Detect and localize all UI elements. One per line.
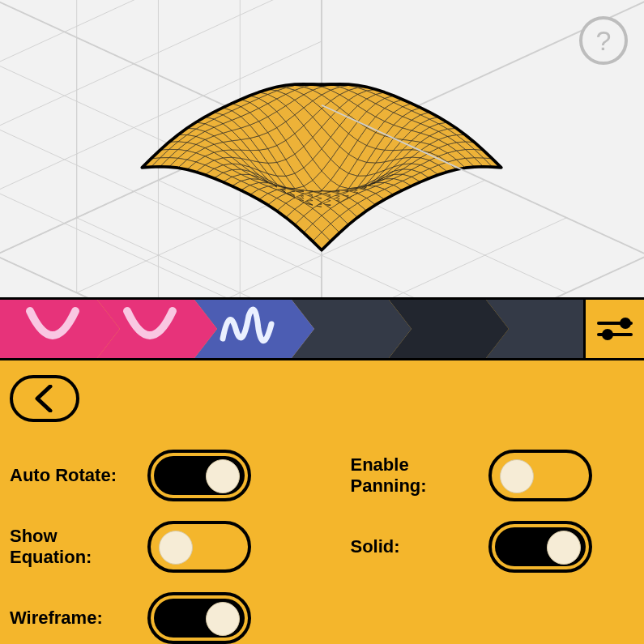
svg-line-18 [0,255,322,297]
toggle-wireframe: Wireframe: [10,592,294,644]
switch-wireframe[interactable] [147,592,251,644]
step-area [0,300,583,358]
toggle-enable-panning: Enable Panning: [351,450,635,501]
equalizer-icon [597,333,633,336]
step-bar [0,297,644,360]
toggle-grid: Auto Rotate: Enable Panning: Show Equati… [10,450,634,644]
svg-line-29 [0,255,322,297]
toggle-show-equation: Show Equation: [10,521,294,573]
svg-line-1 [0,255,322,297]
svg-line-15 [240,218,566,297]
toggle-auto-rotate: Auto Rotate: [10,450,294,501]
help-icon: ? [596,25,612,57]
switch-enable-panning[interactable] [488,450,592,501]
svg-line-17 [322,255,644,297]
toggle-solid: Solid: [351,521,635,573]
toggle-label: Auto Rotate: [10,465,138,486]
switch-show-equation[interactable] [147,521,251,573]
back-button[interactable] [10,375,79,422]
settings-button[interactable] [583,300,644,358]
equalizer-icon [597,322,633,325]
toggle-label: Show Equation: [10,526,138,568]
svg-line-440 [322,255,644,297]
control-panel: Auto Rotate: Enable Panning: Show Equati… [0,360,644,644]
toggle-label: Wireframe: [10,608,138,629]
svg-line-26 [0,0,322,64]
chevron-left-icon [32,385,57,412]
toggle-label: Solid: [351,536,479,557]
viewport-3d[interactable]: ? [0,0,644,297]
help-button[interactable]: ? [579,16,628,65]
switch-solid[interactable] [488,521,592,573]
switch-auto-rotate[interactable] [147,450,251,501]
surface-canvas[interactable] [0,0,644,297]
toggle-label: Enable Panning: [351,454,479,497]
